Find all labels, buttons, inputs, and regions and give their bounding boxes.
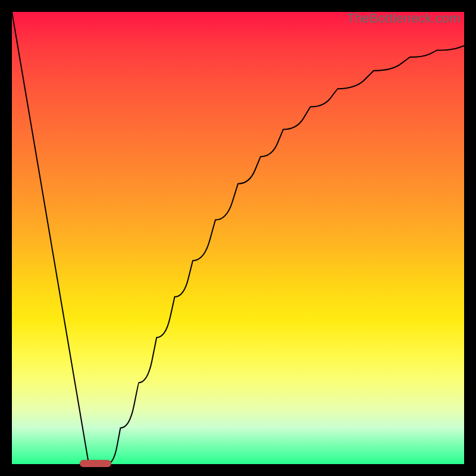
plot-area: TheBottleneck.com [12, 12, 464, 464]
bottleneck-curve-right [107, 46, 464, 464]
bottleneck-curve-left [12, 12, 89, 464]
watermark-text: TheBottleneck.com [346, 11, 461, 26]
optimal-marker [80, 460, 111, 467]
curve-layer [12, 12, 464, 464]
chart-frame: TheBottleneck.com [0, 0, 476, 476]
